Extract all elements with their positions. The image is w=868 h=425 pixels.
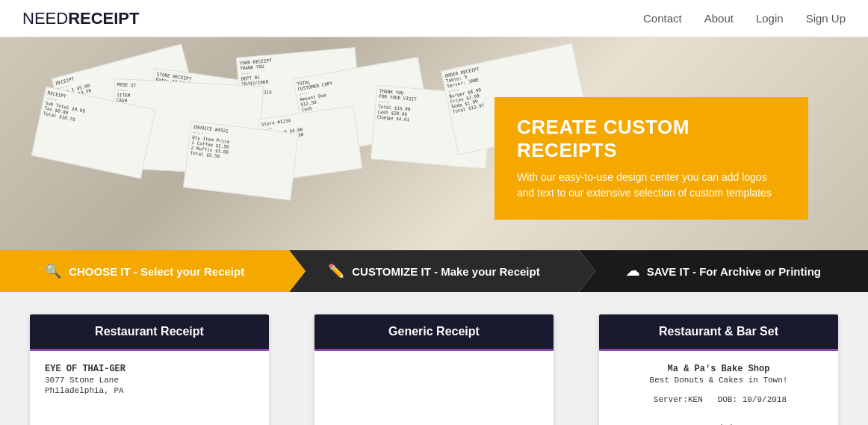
promo-title: CREATE CUSTOM RECEIPTS — [517, 116, 786, 162]
card-2-title: Generic Receipt — [388, 325, 480, 338]
card-1-address: 3077 Stone Lane — [45, 376, 254, 385]
card-generic-receipt: Generic Receipt — [314, 314, 554, 425]
nav-contact[interactable]: Contact — [643, 12, 682, 25]
step-3-label: SAVE IT - For Archive or Printing — [647, 265, 821, 278]
logo-receipt: RECEIPT — [68, 9, 139, 28]
nav-signup[interactable]: Sign Up — [806, 12, 846, 25]
nav-login[interactable]: Login — [756, 12, 784, 25]
card-1-title: Restaurant Receipt — [95, 325, 204, 338]
card-1-body: EYE OF THAI-GER 3077 Stone Lane Philadel… — [30, 349, 269, 425]
receipt-paper-10: INVOICE #4521----Qty Item Price1 Coffee … — [183, 120, 299, 200]
card-1-city: Philadelphia, PA — [45, 386, 254, 395]
card-restaurant-bar-set: Restaurant & Bar Set Ma & Pa's Bake Shop… — [599, 314, 838, 425]
step-1-label: CHOOSE IT - Select your Receipt — [69, 265, 244, 278]
card-3-shop-name: Ma & Pa's Bake Shop — [614, 364, 823, 374]
logo: NEEDRECEIPT — [22, 9, 139, 28]
pencil-icon: ✏️ — [328, 263, 344, 279]
search-icon: 🔍 — [45, 263, 61, 279]
card-1-restaurant-name: EYE OF THAI-GER — [45, 364, 254, 374]
promo-banner: CREATE CUSTOM RECEIPTS With our easy-to-… — [495, 97, 808, 220]
card-3-dob: DOB: 10/9/2018 — [718, 395, 787, 404]
card-3-header: Restaurant & Bar Set — [599, 314, 838, 349]
card-2-body — [314, 349, 554, 425]
header: NEEDRECEIPT Contact About Login Sign Up — [0, 0, 868, 37]
card-2-header: Generic Receipt — [314, 314, 554, 349]
card-3-server: Server:KEN — [654, 395, 703, 404]
promo-description: With our easy-to-use design center you c… — [517, 170, 786, 201]
card-3-shop-tagline: Best Donuts & Cakes in Town! — [614, 376, 823, 385]
cloud-icon: ☁ — [626, 263, 639, 279]
hero-section: RECEIPT----Item 1 $5.00Item 2 $3.50----T… — [0, 37, 868, 250]
card-3-time-row: 06:44 PM 10/9/2018 — [614, 415, 823, 425]
step-1[interactable]: 🔍 CHOOSE IT - Select your Receipt — [0, 250, 289, 292]
card-restaurant-receipt: Restaurant Receipt EYE OF THAI-GER 3077 … — [30, 314, 269, 425]
card-3-server-row: Server:KEN DOB: 10/9/2018 — [614, 386, 823, 413]
card-3-title: Restaurant & Bar Set — [659, 325, 778, 338]
card-1-header: Restaurant Receipt — [30, 314, 269, 349]
nav-about[interactable]: About — [704, 12, 734, 25]
step-2[interactable]: ✏️ CUSTOMIZE IT - Make your Receipt — [289, 250, 578, 292]
cards-section: Restaurant Receipt EYE OF THAI-GER 3077 … — [0, 292, 868, 425]
main-nav: Contact About Login Sign Up — [643, 12, 846, 25]
card-3-body: Ma & Pa's Bake Shop Best Donuts & Cakes … — [599, 349, 838, 425]
logo-need: NEED — [22, 9, 68, 28]
hero-background: RECEIPT----Item 1 $5.00Item 2 $3.50----T… — [0, 37, 868, 250]
step-3[interactable]: ☁ SAVE IT - For Archive or Printing — [579, 250, 868, 292]
step-2-label: CUSTOMIZE IT - Make your Receipt — [352, 265, 539, 278]
steps-bar: 🔍 CHOOSE IT - Select your Receipt ✏️ CUS… — [0, 250, 868, 292]
